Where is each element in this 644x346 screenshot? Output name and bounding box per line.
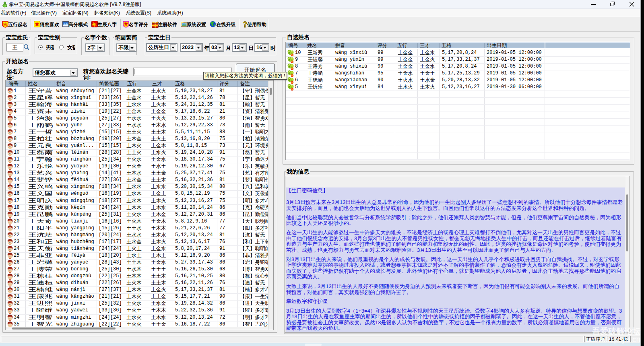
svg-text:官: 官: [124, 22, 128, 27]
svg-text:吉: 吉: [3, 22, 7, 27]
svg-text:年: 年: [92, 22, 97, 27]
